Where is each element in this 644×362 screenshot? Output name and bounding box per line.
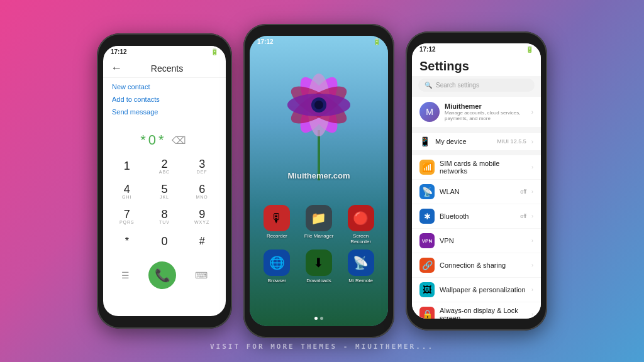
lockscreen-label: Always-on display & Lock screen (440, 307, 526, 319)
bluetooth-label: Bluetooth (440, 212, 515, 220)
key-star[interactable]: * (111, 230, 143, 253)
key-9[interactable]: 9WXYZ (186, 205, 218, 228)
app-screen-recorder[interactable]: 🔴 Screen Recorder (345, 205, 377, 244)
app-downloads[interactable]: ⬇ Downloads (303, 250, 335, 283)
settings-item-wlan[interactable]: 📡 WLAN off › (412, 180, 541, 204)
app-recorder-label: Recorder (267, 233, 287, 239)
connection-label: Connection & sharing (440, 261, 526, 269)
page-watermark: VISIT FOR MORE THEMES - MIUITHEMER... (210, 343, 434, 351)
key-2[interactable]: 2ABC (148, 155, 180, 177)
key-5[interactable]: 5JKL (148, 180, 180, 202)
wlan-value: off (520, 189, 526, 195)
home-screen: 17:12 🔋 Miuithemer.c (250, 36, 388, 326)
my-device-row[interactable]: 📱 My device MIUI 12.5.5 › (412, 132, 541, 150)
settings-item-vpn[interactable]: VPN VPN › (412, 229, 541, 253)
status-bar-1: 17:12 🔋 (103, 46, 226, 57)
settings-title: Settings (419, 59, 533, 74)
recents-title: Recents (127, 63, 207, 74)
flower-image (278, 55, 360, 180)
key-0[interactable]: 0 (148, 230, 180, 253)
settings-item-lockscreen[interactable]: 🔒 Always-on display & Lock screen › (412, 302, 541, 319)
vpn-chevron-icon: › (531, 238, 533, 244)
settings-item-connection[interactable]: 🔗 Connection & sharing › (412, 253, 541, 278)
key-row-4: * 0 # (108, 230, 221, 253)
status-bar-2: 17:12 🔋 (250, 36, 388, 47)
time-1: 17:12 (111, 48, 127, 55)
app-grid: 🎙 Recorder 📁 File Manager 🔴 Screen Recor… (250, 205, 388, 288)
sim-chevron-icon: › (531, 164, 533, 170)
app-mi-remote-label: Mi Remote (348, 278, 373, 283)
key-hash[interactable]: # (186, 230, 218, 253)
device-chevron-icon: › (531, 138, 533, 145)
settings-search-bar[interactable]: 🔍 Search settings (418, 79, 535, 92)
connection-chevron-icon: › (531, 262, 533, 268)
lockscreen-icon: 🔒 (419, 307, 435, 319)
key-7[interactable]: 7PQRS (111, 205, 143, 228)
app-browser[interactable]: 🌐 Browser (260, 250, 293, 283)
device-icon: 📱 (419, 136, 430, 146)
profile-name: Miuithemer (445, 102, 526, 110)
dialer-screen: 17:12 🔋 ← Recents New contact Add to con… (103, 46, 226, 316)
sim-label: SIM cards & mobile networks (440, 160, 526, 175)
key-4[interactable]: 4GHI (111, 180, 143, 202)
time-2: 17:12 (257, 38, 274, 45)
phone-settings: 17:12 🔋 Settings 🔍 Search settings M Miu… (406, 31, 547, 331)
backspace-icon[interactable]: ⌫ (172, 134, 189, 146)
vpn-label: VPN (440, 237, 526, 244)
search-icon: 🔍 (425, 82, 432, 89)
profile-chevron-icon: › (531, 109, 533, 116)
settings-item-wallpaper[interactable]: 🖼 Wallpaper & personalization › (412, 278, 541, 302)
settings-item-bluetooth[interactable]: ✱ Bluetooth off › (412, 204, 541, 229)
key-8[interactable]: 8TUV (148, 205, 180, 228)
settings-screen: 17:12 🔋 Settings 🔍 Search settings M Miu… (412, 43, 541, 319)
status-icons-2: 🔋 (373, 38, 380, 45)
time-3: 17:12 (419, 46, 436, 53)
bluetooth-icon: ✱ (419, 209, 435, 224)
app-downloads-label: Downloads (306, 278, 331, 283)
lockscreen-chevron-icon: › (531, 311, 533, 317)
app-recorder[interactable]: 🎙 Recorder (260, 205, 293, 244)
profile-info: Miuithemer Manage accounts, cloud servic… (445, 102, 526, 121)
key-1[interactable]: 1 (111, 155, 143, 177)
wallpaper-icon: 🖼 (419, 282, 435, 297)
key-row-2: 4GHI 5JKL 6MNO (108, 180, 221, 202)
send-message-link[interactable]: Send message (112, 108, 217, 116)
status-icons-3: 🔋 (526, 46, 533, 53)
status-icons-1: 🔋 (211, 48, 218, 55)
add-to-contacts-link[interactable]: Add to contacts (112, 96, 217, 103)
vpn-icon: VPN (419, 233, 435, 248)
app-file-manager[interactable]: 📁 File Manager (303, 205, 335, 244)
device-version: MIUI 12.5.5 (497, 138, 526, 145)
phone-dialer: 17:12 🔋 ← Recents New contact Add to con… (97, 33, 232, 329)
wlan-label: WLAN (440, 188, 515, 195)
dial-display: *0* ⌫ (103, 126, 226, 152)
bluetooth-value: off (520, 213, 526, 219)
keypad-toggle-icon[interactable]: ⌨ (195, 270, 208, 280)
app-mi-remote[interactable]: 📡 Mi Remote (345, 250, 377, 283)
settings-profile[interactable]: M Miuithemer Manage accounts, cloud serv… (412, 97, 541, 127)
call-button[interactable]: 📞 (148, 261, 176, 289)
app-file-manager-label: File Manager (304, 233, 334, 239)
key-row-3: 7PQRS 8TUV 9WXYZ (108, 205, 221, 228)
dialer-links: New contact Add to contacts Send message (103, 78, 226, 126)
menu-icon[interactable]: ☰ (121, 270, 130, 280)
device-label: My device (435, 138, 492, 145)
settings-list: 📶 SIM cards & mobile networks › 📡 WLAN o… (412, 155, 541, 319)
settings-header: Settings (412, 54, 541, 76)
app-screen-recorder-label: Screen Recorder (345, 233, 377, 244)
key-3[interactable]: 3DEF (186, 155, 218, 177)
dot-2 (320, 317, 323, 320)
app-row-1: 🎙 Recorder 📁 File Manager 🔴 Screen Recor… (256, 205, 382, 244)
app-browser-label: Browser (268, 278, 286, 283)
profile-avatar: M (419, 102, 440, 122)
bluetooth-chevron-icon: › (531, 213, 533, 219)
sim-icon: 📶 (419, 160, 435, 175)
wlan-icon: 📡 (419, 184, 435, 199)
dot-1 (314, 317, 318, 320)
wallpaper-label: Wallpaper & personalization (440, 286, 526, 293)
back-arrow-icon[interactable]: ← (111, 62, 122, 75)
phone-home: 17:12 🔋 Miuithemer.c (243, 24, 394, 338)
key-6[interactable]: 6MNO (186, 180, 218, 202)
new-contact-link[interactable]: New contact (112, 83, 217, 90)
settings-item-sim[interactable]: 📶 SIM cards & mobile networks › (412, 155, 541, 180)
